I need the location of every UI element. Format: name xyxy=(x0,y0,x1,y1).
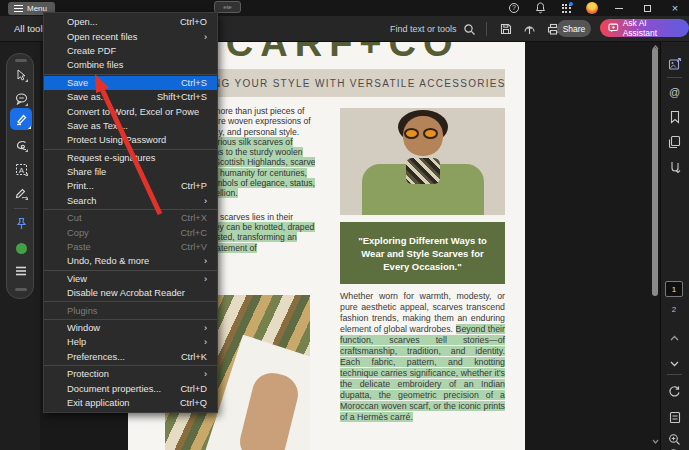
help-button[interactable]: ? xyxy=(501,0,527,16)
highlighted-paragraph: Beyond their function, scarves tell stor… xyxy=(340,324,505,422)
account-button[interactable] xyxy=(579,0,605,16)
maximize-button[interactable] xyxy=(633,0,661,16)
paperclip-icon xyxy=(669,160,681,174)
ask-ai-assistant-button[interactable]: Ask AI Assistant xyxy=(600,19,689,37)
close-button[interactable]: × xyxy=(661,0,689,16)
svg-text:A: A xyxy=(18,165,24,174)
menu-separator xyxy=(44,209,217,210)
zoom-in-button[interactable] xyxy=(667,432,682,447)
rotate-icon xyxy=(668,385,681,398)
export-image-icon xyxy=(668,57,682,71)
bookmark-icon xyxy=(669,110,681,124)
draw-tool[interactable] xyxy=(13,137,29,153)
help-icon: ? xyxy=(509,3,519,13)
find-input[interactable]: Find text or tools xyxy=(390,24,457,34)
menu-item-exit-application[interactable]: Exit applicationCtrl+Q xyxy=(44,396,217,410)
maximize-icon xyxy=(644,5,651,12)
menu-item-print[interactable]: Print...Ctrl+P xyxy=(44,179,217,193)
attachments-panel-button[interactable] xyxy=(667,159,682,174)
pin-icon xyxy=(16,217,27,230)
current-page-number: 1 xyxy=(672,285,676,294)
rotate-page-button[interactable] xyxy=(667,384,682,399)
menu-item-convert-to-word-excel-or-powerpoint[interactable]: Convert to Word, Excel or PowerPoint xyxy=(44,104,217,118)
menu-item-create-pdf[interactable]: Create PDF xyxy=(44,44,217,58)
status-indicator[interactable] xyxy=(13,240,29,256)
menu-separator xyxy=(44,74,217,75)
menu-item-save-as-text[interactable]: Save as Text... xyxy=(44,119,217,133)
menu-item-window[interactable]: Window› xyxy=(44,321,217,335)
green-dot-icon xyxy=(16,243,27,254)
menu-item-paste[interactable]: PasteCtrl+V xyxy=(44,240,217,254)
app-grid-icon xyxy=(562,4,571,13)
hamburger-icon xyxy=(14,5,23,12)
highlight-tool-active[interactable] xyxy=(10,108,32,130)
menu-item-open-recent-files[interactable]: Open recent files› xyxy=(44,29,217,43)
palette-divider xyxy=(14,208,28,209)
menu-item-undo-redo-more[interactable]: Undo, Redo & more› xyxy=(44,254,217,268)
menu-item-protection[interactable]: Protection› xyxy=(44,367,217,381)
menu-item-preferences[interactable]: Preferences...Ctrl+K xyxy=(44,350,217,364)
menu-item-open[interactable]: Open...Ctrl+O xyxy=(44,15,217,29)
ai-chat-icon xyxy=(608,23,619,33)
fill-sign-tool[interactable] xyxy=(13,185,29,201)
menu-item-protect-using-password[interactable]: Protect Using Password xyxy=(44,133,217,147)
right-text-column: Whether worn for warmth, modesty, or pur… xyxy=(340,291,505,423)
panel-divider xyxy=(667,77,682,78)
document-tab[interactable]: ete xyxy=(214,1,241,13)
next-page-number[interactable]: 2 xyxy=(665,305,683,314)
pin-tool[interactable] xyxy=(13,215,29,231)
current-page-indicator[interactable]: 1 xyxy=(665,281,683,297)
menu-separator xyxy=(44,301,217,302)
comments-panel-button[interactable]: @ xyxy=(667,84,682,99)
portrait-photo xyxy=(340,108,505,215)
menu-item-share-file[interactable]: Share file xyxy=(44,165,217,179)
menu-item-plugins[interactable]: Plugins xyxy=(44,303,217,317)
minimize-icon xyxy=(615,8,623,9)
scrollbar-thumb[interactable] xyxy=(652,48,658,296)
palette-drag-handle[interactable] xyxy=(15,59,27,62)
panel-divider xyxy=(667,374,682,375)
search-icon[interactable] xyxy=(463,23,476,36)
menu-item-cut[interactable]: CutCtrl+X xyxy=(44,211,217,225)
menu-item-save-as[interactable]: Save as...Shift+Ctrl+S xyxy=(44,90,217,104)
next-page-button[interactable] xyxy=(667,356,682,371)
export-pdf-button[interactable] xyxy=(667,56,682,71)
menu-item-disable-new-acrobat-reader[interactable]: Disable new Acrobat Reader xyxy=(44,286,217,300)
palette-more-menu[interactable] xyxy=(13,263,29,279)
save-file-button[interactable] xyxy=(497,21,515,37)
quick-tools-palette: A xyxy=(6,53,34,299)
select-tool[interactable] xyxy=(13,67,29,83)
menu-item-view[interactable]: View› xyxy=(44,272,217,286)
share-button[interactable]: Share xyxy=(557,20,591,37)
share-label: Share xyxy=(563,24,586,34)
scroll-down-arrow[interactable] xyxy=(650,437,660,445)
menu-item-save[interactable]: SaveCtrl+S xyxy=(44,76,217,90)
menu-item-request-e-signatures[interactable]: Request e-signatures xyxy=(44,151,217,165)
upload-cloud-button[interactable] xyxy=(521,21,539,37)
page-thumbnails-button[interactable] xyxy=(667,134,682,149)
pull-quote-text: "Exploring Different Ways to Wear and St… xyxy=(352,234,493,273)
ask-ai-assistant-label: Ask AI Assistant xyxy=(623,18,681,38)
menu-item-combine-files[interactable]: Combine files xyxy=(44,58,217,72)
hamburger-lines-icon xyxy=(15,266,27,276)
menu-item-copy[interactable]: CopyCtrl+C xyxy=(44,225,217,239)
menu-item-document-properties[interactable]: Document properties...Ctrl+D xyxy=(44,381,217,395)
edit-text-tool[interactable]: A xyxy=(13,161,29,177)
page-view-button[interactable] xyxy=(667,410,682,425)
menu-separator xyxy=(44,319,217,320)
previous-page-button[interactable] xyxy=(667,330,682,345)
menu-item-search[interactable]: Search› xyxy=(44,194,217,208)
menu-separator xyxy=(44,149,217,150)
divider xyxy=(486,22,487,36)
bell-icon xyxy=(535,2,546,14)
menu-item-help[interactable]: Help› xyxy=(44,335,217,349)
page-fit-icon xyxy=(669,411,681,424)
palette-drag-handle[interactable] xyxy=(15,288,27,291)
bookmarks-panel-button[interactable] xyxy=(667,109,682,124)
notifications-button[interactable] xyxy=(527,0,553,16)
minimize-button[interactable] xyxy=(605,0,633,16)
apps-button[interactable] xyxy=(553,0,579,16)
acrobat-reader-window: Menu ete ? xyxy=(0,0,689,450)
comment-tool[interactable] xyxy=(13,91,29,107)
upload-icon xyxy=(523,23,536,35)
